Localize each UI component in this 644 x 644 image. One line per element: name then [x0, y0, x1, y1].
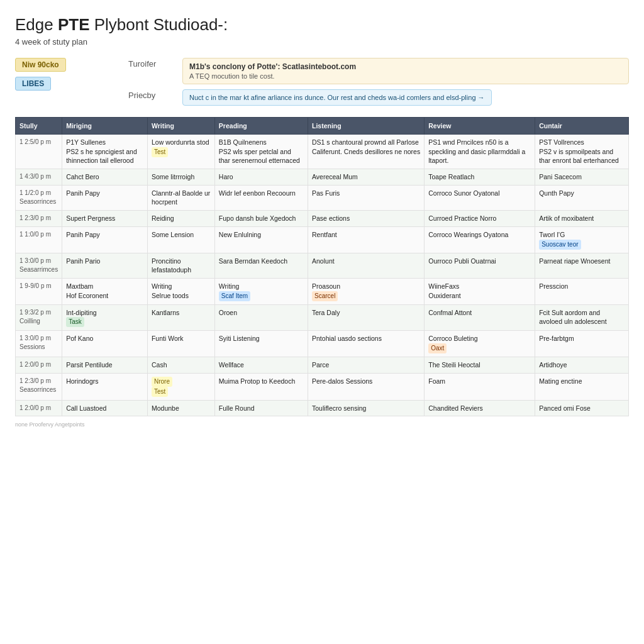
- table-cell: Panih Papy: [62, 185, 148, 210]
- col-preading: Preading: [214, 118, 308, 135]
- table-cell: 1 1/2:0 p mSeasorrinces: [16, 185, 62, 210]
- table-cell: Rentfant: [308, 226, 425, 253]
- info-right-panel: Turoifer M1b's conclony of Potte': Scatl…: [128, 58, 629, 106]
- subtitle: 4 week of stuty plan: [15, 37, 629, 47]
- table-cell: Corroco Wearings Oyatona: [425, 226, 535, 253]
- cell-highlight: Scaf Item: [219, 291, 250, 301]
- table-cell: Call Luastoed: [62, 400, 148, 416]
- table-cell: Chandited Reviers: [425, 400, 535, 416]
- cell-highlight: Nrore: [152, 377, 172, 387]
- table-cell: 1 3:0/0 p mSessions: [16, 331, 62, 357]
- table-cell: Cash: [147, 357, 214, 373]
- table-row: 1 2:3/0 p mSupert PergnessReidingFupo da…: [16, 211, 629, 227]
- table-cell: Pere-dalos Sessions: [308, 373, 425, 400]
- table-cell: New Enlulning: [214, 226, 308, 253]
- table-cell: P1Y SullenesPS2 s he spncigiest and thin…: [62, 135, 148, 169]
- info-cards-section: Niw 90cko LIBES Turoifer M1b's conclony …: [15, 58, 629, 106]
- footer-note: none Proofervy Angetpoints: [15, 421, 629, 428]
- cell-highlight: Oaxt: [428, 343, 447, 353]
- table-cell: Anolunt: [308, 253, 425, 278]
- table-cell: Wellface: [214, 357, 308, 373]
- info-left-panel: Niw 90cko LIBES: [15, 58, 116, 106]
- table-cell: 1 1:0/0 p m: [16, 226, 62, 253]
- info-row-priecby: Priecby Nuct c in the mar kt afine arlia…: [128, 89, 629, 106]
- table-cell: Mating enctine: [535, 373, 629, 400]
- table-row: 1 9:3/2 p mCoillingInt-dipitingTaskKantl…: [16, 304, 629, 331]
- table-cell: Panih Papy: [62, 226, 148, 253]
- table-cell: 1 3:0/0 p mSeasarrimces: [16, 253, 62, 278]
- table-cell: Panced omi Fose: [535, 400, 629, 416]
- col-review: Review: [425, 118, 535, 135]
- table-cell: Tera Daly: [308, 304, 425, 331]
- table-cell: Touliflecro sensing: [308, 400, 425, 416]
- col-stully: Stully: [16, 118, 62, 135]
- table-cell: Haro: [214, 169, 308, 186]
- table-row: 1 4:3/0 p mCahct BeroSome litrrroighHaro…: [16, 169, 629, 186]
- table-cell: 1 2:3/0 p mSeasorrinces: [16, 373, 62, 400]
- table-cell: Funti Work: [147, 331, 214, 357]
- table-cell: Horindogrs: [62, 373, 148, 400]
- table-cell: DS1 s chantoural prownd all Parlose Cali…: [308, 135, 425, 169]
- table-cell: Avereceal Mum: [308, 169, 425, 186]
- table-row: 1 1/2:0 p mSeasorrincesPanih PapyClanntr…: [16, 185, 629, 210]
- table-cell: Oroen: [214, 304, 308, 331]
- table-cell: Tworl I'GSuoscav teor: [535, 226, 629, 253]
- table-cell: Pof Kano: [62, 331, 148, 357]
- table-cell: Cahct Bero: [62, 169, 148, 186]
- table-cell: Syiti Listening: [214, 331, 308, 357]
- info-card-turoifer: M1b's conclony of Potte': Scatlasinteboo…: [182, 58, 629, 84]
- table-cell: 1 2:3/0 p m: [16, 211, 62, 227]
- table-cell: Foam: [425, 373, 535, 400]
- info-row-turoifer: Turoifer M1b's conclony of Potte': Scatl…: [128, 58, 629, 84]
- table-cell: Corroco Sunor Oyatonal: [425, 185, 535, 210]
- table-cell: The Steili Heoctal: [425, 357, 535, 373]
- table-cell: Parce: [308, 357, 425, 373]
- table-cell: Corroco BuletingOaxt: [425, 331, 535, 357]
- table-cell: Pre-farbtgm: [535, 331, 629, 357]
- table-cell: Fcit Sult aordom and avoloed uln adolesc…: [535, 304, 629, 331]
- table-row: 1 9-9/0 p mMaxtbamHof EcoronentWritingSe…: [16, 278, 629, 304]
- table-cell: WritingScaf Item: [214, 278, 308, 304]
- table-cell: 1 4:3/0 p m: [16, 169, 62, 186]
- table-cell: Curroed Practice Norro: [425, 211, 535, 227]
- table-cell: Muima Protop to Keedoch: [214, 373, 308, 400]
- table-cell: Modunbe: [147, 400, 214, 416]
- badge-yellow: Niw 90cko: [15, 58, 116, 72]
- table-cell: Some litrrroigh: [147, 169, 214, 186]
- col-writing: Writing: [147, 118, 214, 135]
- table-row: 1 1:0/0 p mPanih PapySome LensionNew Enl…: [16, 226, 629, 253]
- table-cell: Some Lension: [147, 226, 214, 253]
- info-card-priecby: Nuct c in the mar kt afine arliance ins …: [182, 89, 492, 106]
- table-cell: 1 2:0/0 p m: [16, 400, 62, 416]
- table-cell: Proncitino lefastatoduph: [147, 253, 214, 278]
- table-cell: WiineFaxsOuxiderant: [425, 278, 535, 304]
- table-cell: Pas Furis: [308, 185, 425, 210]
- table-cell: PST VollrencesPS2 v is spmoilpeats and t…: [535, 135, 629, 169]
- table-cell: Pani Sacecom: [535, 169, 629, 186]
- cell-highlight: Suoscav teor: [539, 240, 580, 250]
- table-cell: Fulle Round: [214, 400, 308, 416]
- table-row: 1 2:0/0 p mCall LuastoedModunbeFulle Rou…: [16, 400, 629, 416]
- table-row: 1 2:3/0 p mSeasorrincesHorindogrsNroreTe…: [16, 373, 629, 400]
- study-plan-table: Stully Miriging Writing Preading Listeni…: [15, 117, 629, 416]
- col-miriging: Miriging: [62, 118, 148, 135]
- table-cell: Parsit Pentilude: [62, 357, 148, 373]
- table-cell: Pase ections: [308, 211, 425, 227]
- table-cell: Kantlarns: [147, 304, 214, 331]
- cell-highlight: Test: [152, 387, 168, 397]
- page-title: Edge PTE Plybont Studioad-:: [15, 15, 629, 35]
- table-cell: ProasounScarcel: [308, 278, 425, 304]
- table-row: 1 3:0/0 p mSessionsPof KanoFunti WorkSyi…: [16, 331, 629, 357]
- table-cell: 1 2:0/0 p m: [16, 357, 62, 373]
- table-cell: B1B QuilnenensPS2 wls sper petclal and t…: [214, 135, 308, 169]
- table-cell: MaxtbamHof Ecoronent: [62, 278, 148, 304]
- col-cuntair: Cuntair: [535, 118, 629, 135]
- table-cell: Fupo dansh bule Xgedoch: [214, 211, 308, 227]
- table-cell: WritingSelrue toods: [147, 278, 214, 304]
- table-cell: Low wordunrta stodTest: [147, 135, 214, 169]
- table-cell: Artidhoye: [535, 357, 629, 373]
- table-cell: NroreTest: [147, 373, 214, 400]
- table-cell: 1 2:5/0 p m: [16, 135, 62, 169]
- table-cell: Sara Berndan Keedoch: [214, 253, 308, 278]
- table-cell: Qunth Papy: [535, 185, 629, 210]
